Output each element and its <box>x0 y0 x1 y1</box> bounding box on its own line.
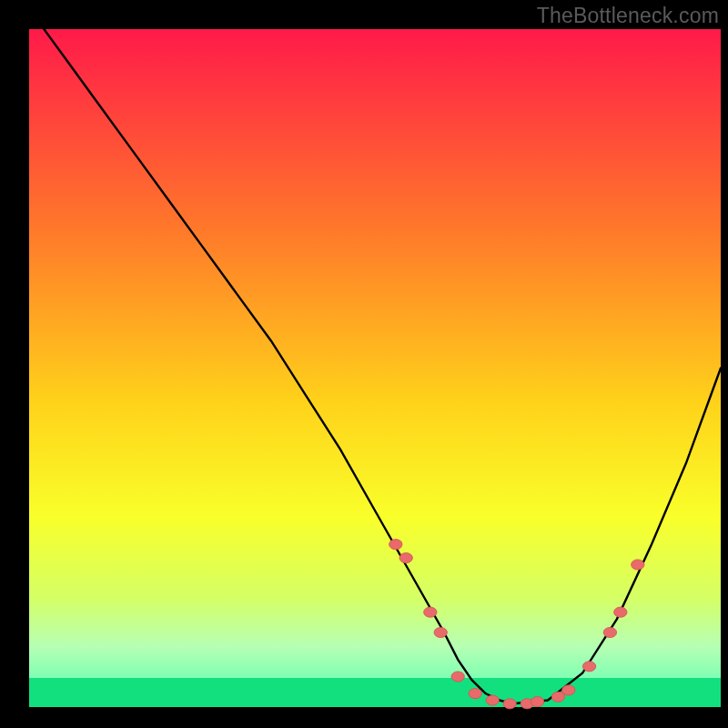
plot-background <box>29 29 721 707</box>
curve-marker <box>603 627 616 637</box>
watermark-text: TheBottleneck.com <box>537 4 719 28</box>
curve-marker <box>469 689 481 699</box>
chart-stage: { "watermark": "TheBottleneck.com", "col… <box>0 0 728 728</box>
curve-marker <box>503 699 516 709</box>
curve-marker <box>451 672 464 682</box>
curve-marker <box>486 695 499 705</box>
curve-marker <box>551 692 564 702</box>
curve-marker <box>399 553 412 563</box>
curve-marker <box>614 607 627 617</box>
curve-marker <box>434 627 447 637</box>
optimal-band <box>29 678 721 707</box>
curve-marker <box>389 540 402 550</box>
curve-marker <box>531 696 543 706</box>
curve-marker <box>562 685 575 695</box>
curve-marker <box>424 607 437 617</box>
bottleneck-curve-chart <box>0 0 728 728</box>
curve-marker <box>582 662 595 672</box>
curve-marker <box>632 560 644 570</box>
